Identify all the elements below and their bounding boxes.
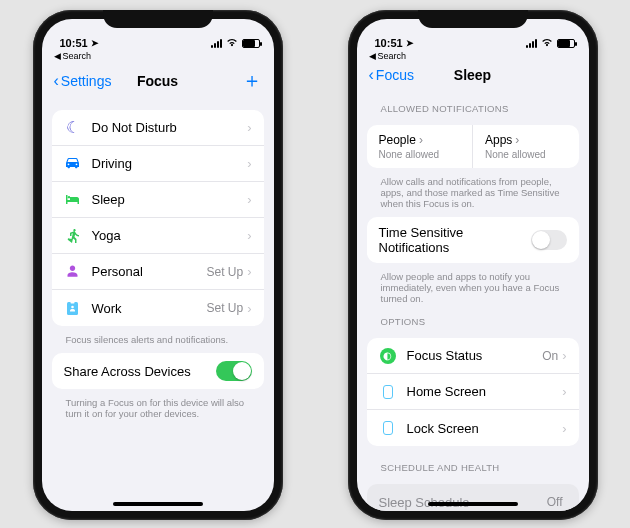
option-home-screen[interactable]: Home Screen › [367, 374, 579, 410]
focus-item-dnd[interactable]: ☾ Do Not Disturb › [52, 110, 264, 146]
share-across-devices-row[interactable]: Share Across Devices [52, 353, 264, 389]
page-title: Sleep [454, 67, 491, 83]
phone-frame-left: 10:51➤ ◀ Search ‹Settings Focus ＋ ☾ Do N… [33, 10, 283, 520]
home-screen-icon [379, 385, 397, 399]
back-button[interactable]: ‹Focus [369, 67, 414, 83]
battery-icon [242, 39, 260, 48]
share-footer: Turning a Focus on for this device will … [52, 393, 264, 419]
tsn-footer: Allow people and apps to notify you imme… [367, 267, 579, 304]
option-focus-status[interactable]: ◐ Focus Status On › [367, 338, 579, 374]
option-lock-screen[interactable]: Lock Screen › [367, 410, 579, 446]
focus-item-sleep[interactable]: Sleep › [52, 182, 264, 218]
signal-icon [211, 39, 222, 48]
chevron-right-icon: › [247, 120, 251, 135]
allowed-notifications-card: People› None allowed Apps› None allowed [367, 125, 579, 168]
lock-screen-icon [379, 421, 397, 435]
signal-icon [526, 39, 537, 48]
moon-icon: ☾ [64, 118, 82, 137]
badge-icon [64, 301, 82, 315]
section-header-allowed: Allowed Notifications [367, 91, 579, 117]
sleep-schedule-row: Sleep Schedule Off [367, 484, 579, 511]
screen-right: 10:51➤ ◀ Search ‹Focus Sleep Allowed Not… [357, 19, 589, 511]
person-icon [64, 265, 82, 278]
battery-icon [557, 39, 575, 48]
focus-list-footer: Focus silences alerts and notifications. [52, 330, 264, 345]
focus-item-yoga[interactable]: Yoga › [52, 218, 264, 254]
bed-icon [64, 194, 82, 205]
allowed-footer: Allow calls and notifications from peopl… [367, 172, 579, 209]
chevron-left-icon: ‹ [54, 73, 59, 89]
focus-status-icon: ◐ [379, 348, 397, 364]
chevron-right-icon: › [247, 228, 251, 243]
runner-icon [64, 229, 82, 243]
chevron-right-icon: › [562, 348, 566, 363]
navbar: ‹Focus Sleep [357, 61, 589, 91]
breadcrumb-search[interactable]: ◀ Search [357, 49, 589, 61]
share-toggle[interactable] [216, 361, 252, 381]
home-indicator[interactable] [428, 502, 518, 506]
page-title: Focus [137, 73, 178, 89]
focus-item-driving[interactable]: Driving › [52, 146, 264, 182]
screen-left: 10:51➤ ◀ Search ‹Settings Focus ＋ ☾ Do N… [42, 19, 274, 511]
chevron-right-icon: › [562, 384, 566, 399]
chevron-right-icon: › [247, 156, 251, 171]
back-button[interactable]: ‹Settings [54, 73, 112, 89]
chevron-right-icon: › [419, 133, 423, 147]
navbar: ‹Settings Focus ＋ [42, 61, 274, 102]
breadcrumb-search[interactable]: ◀ Search [42, 49, 274, 61]
section-header-options: Options [367, 304, 579, 330]
svg-rect-0 [67, 302, 78, 315]
focus-modes-list: ☾ Do Not Disturb › Driving › Sleep [52, 110, 264, 326]
add-focus-button[interactable]: ＋ [242, 67, 262, 94]
chevron-left-icon: ‹ [369, 67, 374, 83]
section-header-schedule: Schedule and Health [367, 450, 579, 476]
chevron-right-icon: › [515, 133, 519, 147]
chevron-right-icon: › [247, 264, 251, 279]
allowed-apps[interactable]: Apps› None allowed [473, 125, 579, 168]
phone-frame-right: 10:51➤ ◀ Search ‹Focus Sleep Allowed Not… [348, 10, 598, 520]
focus-item-work[interactable]: Work Set Up › [52, 290, 264, 326]
svg-rect-1 [71, 301, 75, 304]
car-icon [64, 157, 82, 170]
time-sensitive-toggle[interactable] [531, 230, 567, 250]
time-sensitive-row[interactable]: Time Sensitive Notifications [367, 217, 579, 263]
back-label: Settings [61, 73, 112, 89]
home-indicator[interactable] [113, 502, 203, 506]
status-time: 10:51 [60, 37, 88, 49]
allowed-people[interactable]: People› None allowed [367, 125, 474, 168]
chevron-right-icon: › [562, 421, 566, 436]
location-icon: ➤ [91, 38, 99, 48]
wifi-icon [226, 38, 238, 49]
wifi-icon [541, 38, 553, 49]
chevron-right-icon: › [247, 192, 251, 207]
svg-point-2 [71, 306, 74, 309]
chevron-right-icon: › [247, 301, 251, 316]
focus-item-personal[interactable]: Personal Set Up › [52, 254, 264, 290]
